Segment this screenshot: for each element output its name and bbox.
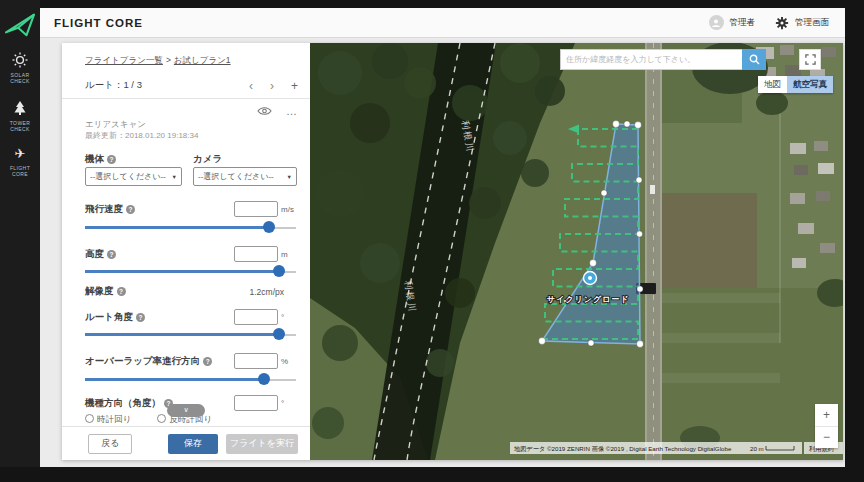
map-view[interactable]: 利根川 利根川 (310, 43, 843, 460)
radio-clockwise[interactable] (85, 414, 94, 423)
visibility-icon[interactable] (257, 106, 272, 116)
slider-handle[interactable] (258, 373, 270, 385)
breadcrumb-separator: > (166, 55, 171, 65)
map-zoom-control: + − (815, 404, 838, 448)
aircraft-select[interactable]: --選択してください-- ▼ (85, 167, 182, 186)
fullscreen-icon (805, 54, 816, 65)
slider-handle[interactable] (263, 221, 275, 233)
resolution-value: 1.2cm/px (250, 287, 299, 297)
route-angle-unit: ° (278, 313, 298, 322)
aircraft-label: 機体 (85, 153, 104, 166)
aircraft-select-value: --選択してください-- (90, 171, 166, 182)
altitude-label: 高度 (85, 248, 104, 261)
help-icon[interactable]: ? (203, 357, 212, 366)
heading-label: 機種方向（角度） (85, 397, 161, 410)
overlap-label: オーバーラップ率進行方向 (85, 355, 200, 368)
route-angle-label: ルート角度 (85, 311, 133, 324)
camera-label: カメラ (193, 153, 222, 166)
speed-slider[interactable] (85, 221, 296, 234)
overlap-input[interactable] (234, 353, 278, 369)
app-title: FLIGHT CORE (54, 17, 143, 29)
fullscreen-button[interactable] (799, 49, 821, 70)
gear-icon (775, 16, 789, 30)
app-window: SOLAR CHECK TOWER CHECK ✈ FLIGHT CORE FL… (0, 0, 864, 482)
last-updated: 最終更新：2018.01.20 19:18:34 (85, 130, 198, 141)
overlap-unit: % (278, 357, 298, 366)
sidebar-item-label: SOLAR CHECK (0, 72, 40, 84)
heading-unit: ° (278, 399, 298, 408)
more-options-icon[interactable]: … (286, 105, 298, 117)
scale-label: 20 m (750, 445, 764, 452)
slider-handle[interactable] (273, 265, 285, 277)
zoom-in-button[interactable]: + (815, 404, 838, 427)
speed-input[interactable] (234, 201, 278, 217)
zoom-out-button[interactable]: − (815, 427, 838, 449)
attribution-text: 地図データ ©2019 ZENRIN 画像 ©2019 , Digital Ea… (514, 445, 732, 453)
help-icon[interactable]: ? (107, 250, 116, 259)
top-bar: FLIGHT CORE 管理者 管理画面 (40, 8, 845, 38)
expand-more-button[interactable]: ∨ (167, 404, 205, 417)
map-poi-label: サイクリングロード (546, 295, 630, 304)
speed-unit: m/s (278, 205, 298, 214)
plan-settings-panel: フライトプラン一覧>お試しプラン1 ルート：1 / 3 ‹ › + (62, 43, 310, 460)
save-button[interactable]: 保存 (168, 434, 218, 454)
help-icon[interactable]: ? (126, 205, 135, 214)
vehicle (650, 185, 655, 194)
panel-footer: 戻る 保存 フライトを実行 (62, 426, 310, 460)
map-poi-marker[interactable] (584, 272, 597, 285)
search-icon (749, 54, 760, 65)
help-icon[interactable]: ? (117, 287, 126, 296)
map-attribution: 地図データ ©2019 ZENRIN 画像 ©2019 , Digital Ea… (510, 442, 843, 454)
search-button[interactable] (742, 49, 766, 70)
divider (62, 98, 310, 99)
sidebar-item-solar-check[interactable]: SOLAR CHECK (0, 52, 40, 84)
altitude-unit: m (278, 250, 298, 259)
chevron-down-icon: ▼ (287, 174, 292, 180)
map-canvas[interactable]: 利根川 利根川 (310, 43, 843, 460)
layer-satellite-button[interactable]: 航空写真 (787, 76, 833, 93)
user-avatar[interactable] (709, 15, 724, 30)
admin-link[interactable]: 管理画面 (795, 17, 829, 29)
map-layer-toggle: 地図 航空写真 (758, 76, 833, 93)
route-angle-slider[interactable] (85, 328, 296, 341)
slider-handle[interactable] (273, 328, 285, 340)
speed-label: 飛行速度 (85, 203, 123, 216)
radio-counterclockwise[interactable] (157, 414, 166, 423)
sidebar-item-label: TOWER CHECK (0, 120, 40, 132)
altitude-slider[interactable] (85, 265, 296, 278)
content-area: フライトプラン一覧>お試しプラン1 ルート：1 / 3 ‹ › + (40, 38, 845, 467)
plane-icon: ✈ (0, 145, 40, 163)
search-input[interactable] (560, 49, 742, 70)
camera-select-value: --選択してください-- (198, 171, 274, 182)
layer-map-button[interactable]: 地図 (758, 76, 787, 93)
execute-flight-button[interactable]: フライトを実行 (226, 434, 298, 454)
tree-icon (0, 100, 40, 118)
heading-input[interactable] (234, 395, 278, 411)
paper-plane-logo-icon[interactable] (3, 10, 37, 38)
sidebar-item-tower-check[interactable]: TOWER CHECK (0, 100, 40, 132)
help-icon[interactable]: ? (136, 313, 145, 322)
sidebar-item-label: FLIGHT CORE (0, 165, 40, 177)
camera-select[interactable]: --選択してください-- ▼ (193, 167, 297, 186)
chevron-down-icon: ∨ (183, 406, 188, 413)
user-menu[interactable]: 管理者 (730, 17, 756, 29)
add-route-icon[interactable]: + (291, 81, 298, 91)
breadcrumb: フライトプラン一覧>お試しプラン1 (85, 55, 231, 67)
breadcrumb-plan-list-link[interactable]: フライトプラン一覧 (85, 55, 163, 65)
help-icon[interactable]: ? (107, 155, 116, 164)
next-route-icon[interactable]: › (270, 81, 274, 91)
route-angle-input[interactable] (234, 309, 278, 325)
sidebar-item-flight-core[interactable]: ✈ FLIGHT CORE (0, 145, 40, 177)
radio-clockwise-label: 時計回り (97, 414, 131, 424)
breadcrumb-current-plan-link[interactable]: お試しプラン1 (174, 55, 231, 65)
altitude-input[interactable] (234, 246, 278, 262)
overlap-slider[interactable] (85, 373, 296, 386)
sidebar: SOLAR CHECK TOWER CHECK ✈ FLIGHT CORE (0, 0, 40, 467)
back-button[interactable]: 戻る (88, 434, 132, 454)
map-search-bar (560, 49, 766, 70)
plan-card: フライトプラン一覧>お試しプラン1 ルート：1 / 3 ‹ › + (62, 43, 843, 460)
prev-route-icon[interactable]: ‹ (249, 81, 253, 91)
route-counter: ルート：1 / 3 (85, 79, 142, 92)
chevron-down-icon: ▼ (172, 174, 177, 180)
resolution-label: 解像度 (85, 285, 114, 298)
